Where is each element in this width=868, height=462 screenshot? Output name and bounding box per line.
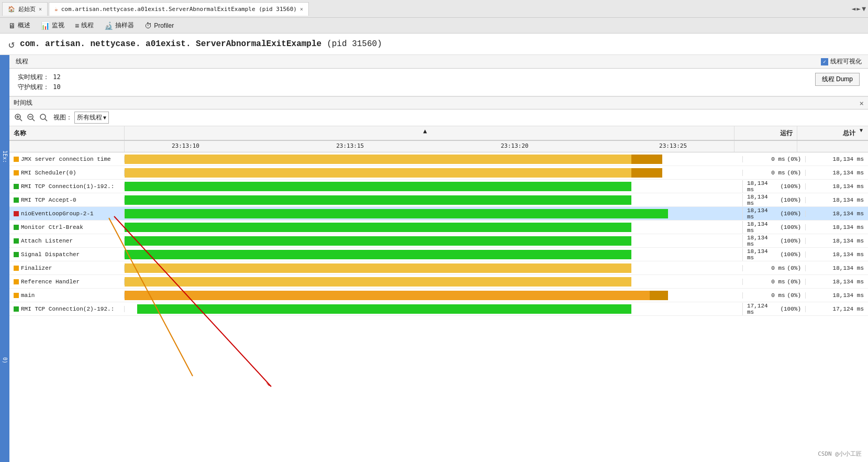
page-header: ↺ com. artisan. nettycase. a01exist. Ser…	[0, 34, 868, 55]
tab-close-start[interactable]: ×	[39, 6, 42, 12]
thread-name-cell: nioEventLoopGroup-2-1	[9, 211, 125, 217]
nav-dropdown-icon[interactable]: ▼	[862, 5, 866, 13]
bar-segment	[631, 168, 662, 178]
view-option-label: 所有线程	[77, 113, 102, 122]
zoom-reset-button[interactable]	[39, 113, 49, 123]
nav-back-icon[interactable]: ◄	[852, 5, 856, 13]
bar-container	[125, 277, 742, 287]
view-select[interactable]: 所有线程 ▼	[74, 112, 109, 124]
table-row[interactable]: nioEventLoopGroup-2-118,134 ms(100%)18,1…	[9, 207, 868, 221]
thread-run-cell: 0 ms(0%)	[742, 265, 805, 271]
thread-viz-checkbox[interactable]: ✓ 线程可视化	[821, 57, 862, 66]
bar-container	[125, 155, 742, 164]
bar-container	[125, 250, 742, 259]
checkbox-icon: ✓	[821, 58, 828, 65]
table-row[interactable]: RMI TCP Connection(1)-192.:18,134 ms(100…	[9, 180, 868, 193]
timeline-up-arrow: ▲	[423, 127, 427, 135]
thread-name-cell: Reference Handler	[9, 279, 125, 285]
bar-container	[125, 223, 742, 232]
table-header: 名称 ▲ 运行 总计 ▼	[9, 126, 868, 141]
tab-profiler[interactable]: ☕ com.artisan.nettycase.a01exist.ServerA…	[49, 2, 309, 16]
nav-arrows: ◄ ► ▼	[852, 5, 866, 13]
thread-run-cell: 18,134 ms(100%)	[742, 221, 805, 234]
thread-state-icon	[14, 225, 19, 230]
zoom-out-button[interactable]	[26, 113, 37, 123]
toolbar-monitor[interactable]: 📊 监视	[37, 19, 69, 31]
toolbar-profiler[interactable]: ⏱ Profiler	[140, 20, 178, 31]
time-axis-row: 23:13:10 23:13:15 23:13:20 23:13:25	[9, 141, 868, 152]
sampler-label: 抽样器	[115, 21, 134, 30]
thread-timeline-cell	[125, 223, 742, 232]
overview-icon: 🖥	[8, 21, 16, 30]
side-label-bottom: 0)	[2, 357, 8, 364]
bar-container	[125, 168, 742, 178]
dump-button[interactable]: 线程 Dump	[815, 73, 860, 86]
thread-name-text: RMI TCP Accept-0	[21, 197, 76, 203]
svg-line-8	[45, 118, 48, 121]
java-icon: ☕	[54, 6, 58, 13]
thread-timeline-cell	[125, 291, 742, 300]
tab-start-label: 起始页	[18, 5, 36, 13]
toolbar-sampler[interactable]: 🔬 抽样器	[100, 19, 138, 31]
thread-total-cell: 18,134 ms	[805, 238, 868, 244]
time-axis-run-spacer	[734, 141, 797, 152]
tab-start[interactable]: 🏠 起始页 ×	[2, 2, 48, 16]
browser-chrome: 🏠 起始页 × ☕ com.artisan.nettycase.a01exist…	[0, 0, 868, 18]
run-value: 18,134 ms	[747, 180, 778, 193]
table-row[interactable]: main0 ms(0%)18,134 ms	[9, 289, 868, 302]
thread-name-cell: RMI TCP Accept-0	[9, 197, 125, 203]
bar-segment	[125, 250, 631, 259]
sort-icon: ▼	[860, 127, 863, 133]
col-header-total: 总计	[797, 126, 860, 140]
time-label-0: 23:13:10	[172, 142, 199, 149]
table-row[interactable]: Monitor Ctrl-Break18,134 ms(100%)18,134 …	[9, 221, 868, 234]
thread-timeline-cell	[125, 209, 742, 218]
overview-label: 概述	[18, 21, 30, 30]
thread-name-text: nioEventLoopGroup-2-1	[21, 211, 94, 217]
svg-line-5	[32, 118, 35, 121]
table-row[interactable]: RMI Scheduler(0)0 ms(0%)18,134 ms	[9, 166, 868, 180]
timeline-close-icon[interactable]: ×	[860, 99, 864, 107]
thread-table: 名称 ▲ 运行 总计 ▼	[9, 126, 868, 462]
table-row[interactable]: Signal Dispatcher18,134 ms(100%)18,134 m…	[9, 248, 868, 261]
thread-run-cell: 17,124 ms(100%)	[742, 303, 805, 315]
bar-segment	[125, 263, 631, 273]
footer: CSDN @小小工匠	[818, 450, 862, 458]
zoom-in-icon	[15, 114, 23, 122]
view-dropdown-icon: ▼	[103, 115, 106, 120]
table-row[interactable]: RMI TCP Accept-018,134 ms(100%)18,134 ms	[9, 193, 868, 207]
table-row[interactable]: Attach Listener18,134 ms(100%)18,134 ms	[9, 234, 868, 248]
nav-forward-icon[interactable]: ►	[856, 5, 861, 13]
run-percent: (100%)	[780, 183, 801, 190]
table-row[interactable]: JMX server connection time0 ms(0%)18,134…	[9, 152, 868, 166]
threads-icon: ≡	[75, 21, 79, 30]
timeline-controls: 视图： 所有线程 ▼	[9, 109, 868, 126]
table-row[interactable]: Finalizer0 ms(0%)18,134 ms	[9, 261, 868, 275]
bar-segment	[125, 182, 631, 191]
side-labels: 1Ex: 0)	[0, 55, 9, 462]
run-percent: (0%)	[787, 170, 801, 176]
side-label-top: 1Ex:	[2, 150, 8, 163]
thread-total-cell: 18,134 ms	[805, 224, 868, 230]
bar-container	[125, 304, 742, 314]
table-row[interactable]: RMI TCP Connection(2)-192.:17,124 ms(100…	[9, 302, 868, 316]
thread-name-text: Monitor Ctrl-Break	[21, 224, 83, 230]
page-title-mono: com. artisan. nettycase. a01exist. Serve…	[20, 39, 321, 49]
thread-timeline-cell	[125, 236, 742, 246]
bar-segment	[125, 223, 631, 232]
bar-segment	[125, 195, 631, 205]
tab-close-profiler[interactable]: ×	[300, 6, 303, 12]
thread-run-cell: 18,134 ms(100%)	[742, 235, 805, 247]
table-row[interactable]: Reference Handler0 ms(0%)18,134 ms	[9, 275, 868, 289]
thread-state-icon	[14, 184, 19, 189]
toolbar-threads[interactable]: ≡ 线程	[71, 19, 98, 31]
thread-name-text: JMX server connection time	[21, 156, 111, 162]
thread-name-cell: Signal Dispatcher	[9, 251, 125, 258]
footer-text: CSDN @小小工匠	[818, 450, 862, 457]
run-value: 18,134 ms	[747, 207, 778, 220]
run-percent: (0%)	[787, 292, 801, 299]
daemon-label: 守护线程：	[18, 83, 49, 91]
page-title-pid: (pid 31560)	[327, 39, 382, 49]
zoom-in-button[interactable]	[14, 113, 24, 123]
toolbar-overview[interactable]: 🖥 概述	[4, 19, 35, 31]
